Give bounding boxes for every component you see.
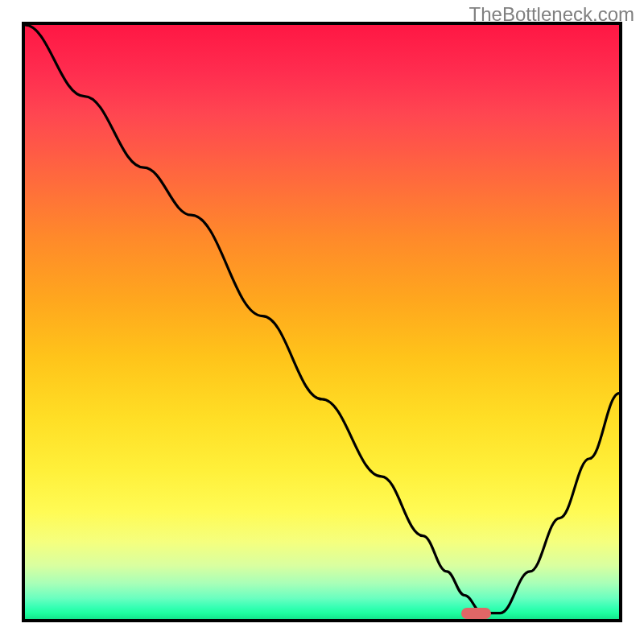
chart-plot-area [22, 22, 622, 622]
bottleneck-curve [25, 25, 619, 619]
watermark-text: TheBottleneck.com [469, 3, 634, 26]
optimal-marker [461, 608, 491, 619]
